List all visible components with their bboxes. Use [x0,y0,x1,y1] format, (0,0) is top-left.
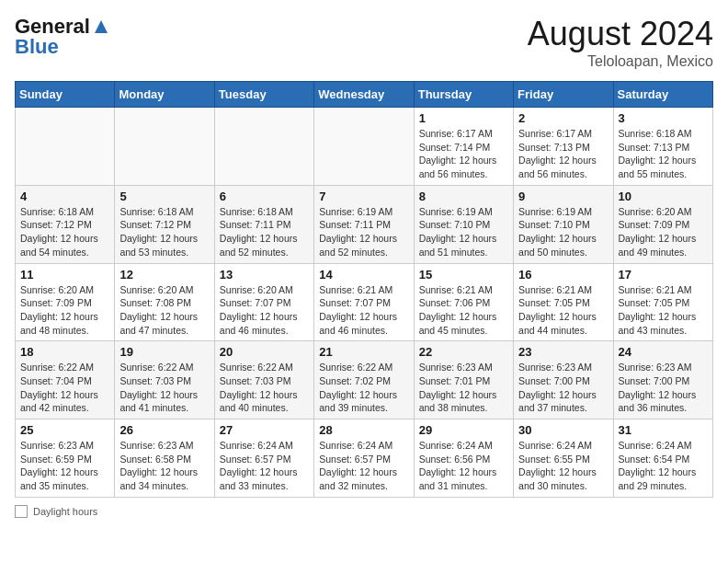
day-number: 23 [518,345,608,359]
day-number: 25 [20,423,109,437]
calendar-cell: 15Sunrise: 6:21 AM Sunset: 7:06 PM Dayli… [414,263,513,341]
day-info: Sunrise: 6:20 AM Sunset: 7:08 PM Dayligh… [119,283,209,338]
calendar-cell: 21Sunrise: 6:22 AM Sunset: 7:02 PM Dayli… [314,341,414,419]
day-info: Sunrise: 6:18 AM Sunset: 7:11 PM Dayligh… [220,205,309,259]
day-number: 19 [119,345,209,359]
calendar-cell: 20Sunrise: 6:22 AM Sunset: 7:03 PM Dayli… [214,341,313,419]
day-info: Sunrise: 6:20 AM Sunset: 7:09 PM Dayligh… [20,283,109,338]
day-number: 21 [319,345,408,359]
day-info: Sunrise: 6:21 AM Sunset: 7:06 PM Dayligh… [419,283,508,338]
day-info: Sunrise: 6:23 AM Sunset: 7:00 PM Dayligh… [619,361,708,415]
calendar-cell: 2Sunrise: 6:17 AM Sunset: 7:13 PM Daylig… [514,108,613,186]
calendar-cell: 16Sunrise: 6:21 AM Sunset: 7:05 PM Dayli… [514,263,613,341]
day-number: 17 [619,268,708,282]
day-info: Sunrise: 6:18 AM Sunset: 7:12 PM Dayligh… [20,205,109,259]
day-number: 14 [319,268,408,282]
calendar-week-2: 4Sunrise: 6:18 AM Sunset: 7:12 PM Daylig… [16,185,713,263]
day-number: 3 [619,111,708,125]
calendar-cell: 29Sunrise: 6:24 AM Sunset: 6:56 PM Dayli… [414,419,513,498]
calendar-cell: 5Sunrise: 6:18 AM Sunset: 7:12 PM Daylig… [115,185,214,263]
day-info: Sunrise: 6:24 AM Sunset: 6:54 PM Dayligh… [619,439,708,493]
daylight-label: Daylight hours [33,506,97,517]
col-header-sunday: Sunday [16,82,115,108]
calendar-week-1: 1Sunrise: 6:17 AM Sunset: 7:14 PM Daylig… [16,108,713,186]
day-number: 2 [518,111,608,125]
footer-note: Daylight hours [15,505,713,518]
day-info: Sunrise: 6:23 AM Sunset: 7:01 PM Dayligh… [419,361,508,415]
calendar-cell [16,108,115,186]
day-number: 16 [518,268,608,282]
day-info: Sunrise: 6:21 AM Sunset: 7:05 PM Dayligh… [619,283,708,338]
day-info: Sunrise: 6:24 AM Sunset: 6:56 PM Dayligh… [419,439,508,493]
day-info: Sunrise: 6:23 AM Sunset: 7:00 PM Dayligh… [518,361,608,415]
calendar-week-4: 18Sunrise: 6:22 AM Sunset: 7:04 PM Dayli… [16,341,713,419]
day-info: Sunrise: 6:19 AM Sunset: 7:10 PM Dayligh… [419,205,508,259]
calendar-cell: 8Sunrise: 6:19 AM Sunset: 7:10 PM Daylig… [414,185,513,263]
day-info: Sunrise: 6:17 AM Sunset: 7:14 PM Dayligh… [419,127,508,181]
day-number: 31 [619,423,708,437]
calendar-cell: 12Sunrise: 6:20 AM Sunset: 7:08 PM Dayli… [115,263,214,341]
day-info: Sunrise: 6:22 AM Sunset: 7:03 PM Dayligh… [119,361,209,415]
calendar-cell: 10Sunrise: 6:20 AM Sunset: 7:09 PM Dayli… [613,185,712,263]
day-info: Sunrise: 6:18 AM Sunset: 7:12 PM Dayligh… [119,205,209,259]
calendar-cell: 14Sunrise: 6:21 AM Sunset: 7:07 PM Dayli… [314,263,414,341]
calendar-week-5: 25Sunrise: 6:23 AM Sunset: 6:59 PM Dayli… [16,419,713,498]
day-info: Sunrise: 6:21 AM Sunset: 7:07 PM Dayligh… [319,283,408,338]
day-info: Sunrise: 6:22 AM Sunset: 7:02 PM Dayligh… [319,361,408,415]
day-info: Sunrise: 6:19 AM Sunset: 7:10 PM Dayligh… [518,205,608,259]
day-info: Sunrise: 6:18 AM Sunset: 7:13 PM Dayligh… [619,127,708,181]
day-info: Sunrise: 6:24 AM Sunset: 6:57 PM Dayligh… [220,439,309,493]
day-number: 4 [20,190,109,203]
calendar-header-row: SundayMondayTuesdayWednesdayThursdayFrid… [16,82,713,108]
calendar-cell: 6Sunrise: 6:18 AM Sunset: 7:11 PM Daylig… [214,185,313,263]
calendar-cell: 19Sunrise: 6:22 AM Sunset: 7:03 PM Dayli… [115,341,214,419]
calendar-cell: 1Sunrise: 6:17 AM Sunset: 7:14 PM Daylig… [414,108,513,186]
title-area: August 2024 Teloloapan, Mexico [528,15,713,70]
calendar-cell: 3Sunrise: 6:18 AM Sunset: 7:13 PM Daylig… [613,108,712,186]
logo-triangle-icon [91,17,111,37]
col-header-tuesday: Tuesday [214,82,313,108]
calendar-cell: 22Sunrise: 6:23 AM Sunset: 7:01 PM Dayli… [414,341,513,419]
day-number: 10 [619,190,708,203]
calendar-cell: 11Sunrise: 6:20 AM Sunset: 7:09 PM Dayli… [16,263,115,341]
day-number: 29 [419,423,508,437]
day-number: 1 [419,111,508,125]
daylight-box [15,505,28,518]
day-number: 13 [220,268,309,282]
calendar-cell: 30Sunrise: 6:24 AM Sunset: 6:55 PM Dayli… [514,419,613,498]
day-number: 6 [220,190,309,203]
col-header-monday: Monday [115,82,214,108]
calendar-cell: 31Sunrise: 6:24 AM Sunset: 6:54 PM Dayli… [613,419,712,498]
day-number: 8 [419,190,508,203]
calendar-cell [314,108,414,186]
day-info: Sunrise: 6:23 AM Sunset: 6:59 PM Dayligh… [20,439,109,493]
day-info: Sunrise: 6:20 AM Sunset: 7:09 PM Dayligh… [619,205,708,259]
day-info: Sunrise: 6:24 AM Sunset: 6:55 PM Dayligh… [518,439,608,493]
calendar-cell: 28Sunrise: 6:24 AM Sunset: 6:57 PM Dayli… [314,419,414,498]
calendar-cell: 17Sunrise: 6:21 AM Sunset: 7:05 PM Dayli… [613,263,712,341]
day-number: 24 [619,345,708,359]
day-info: Sunrise: 6:19 AM Sunset: 7:11 PM Dayligh… [319,205,408,259]
calendar-cell [115,108,214,186]
day-info: Sunrise: 6:22 AM Sunset: 7:04 PM Dayligh… [20,361,109,415]
calendar-cell: 4Sunrise: 6:18 AM Sunset: 7:12 PM Daylig… [16,185,115,263]
calendar-cell [214,108,313,186]
day-number: 7 [319,190,408,203]
calendar-cell: 23Sunrise: 6:23 AM Sunset: 7:00 PM Dayli… [514,341,613,419]
day-number: 18 [20,345,109,359]
location: Teloloapan, Mexico [528,53,713,70]
day-number: 20 [220,345,309,359]
day-number: 11 [20,268,109,282]
calendar-cell: 7Sunrise: 6:19 AM Sunset: 7:11 PM Daylig… [314,185,414,263]
header: General Blue August 2024 Teloloapan, Mex… [15,15,713,70]
col-header-friday: Friday [514,82,613,108]
calendar-cell: 18Sunrise: 6:22 AM Sunset: 7:04 PM Dayli… [16,341,115,419]
day-number: 15 [419,268,508,282]
calendar-cell: 25Sunrise: 6:23 AM Sunset: 6:59 PM Dayli… [16,419,115,498]
day-number: 12 [119,268,209,282]
day-number: 30 [518,423,608,437]
logo-blue: Blue [15,35,59,59]
day-number: 22 [419,345,508,359]
day-info: Sunrise: 6:22 AM Sunset: 7:03 PM Dayligh… [220,361,309,415]
day-info: Sunrise: 6:24 AM Sunset: 6:57 PM Dayligh… [319,439,408,493]
